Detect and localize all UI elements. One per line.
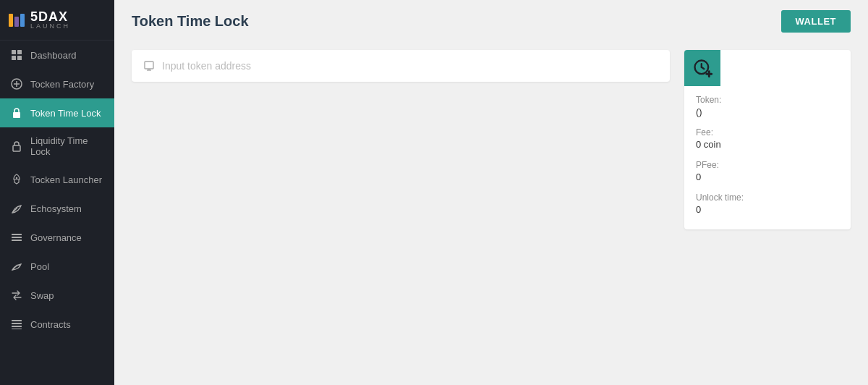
unlock-label: Unlock time: — [696, 192, 839, 203]
fee-value: 0 coin — [696, 139, 839, 150]
svg-rect-12 — [12, 237, 22, 238]
pfee-row: PFee: 0 — [696, 160, 839, 182]
logo-sub-text: LAUNCH — [30, 23, 70, 30]
sidebar-item-label: Dashboard — [30, 50, 77, 61]
fee-row: Fee: 0 coin — [696, 127, 839, 150]
pool-icon — [10, 260, 23, 273]
svg-rect-1 — [17, 50, 22, 54]
logo-text: 5DAX LAUNCH — [30, 10, 70, 30]
logo-main-text: 5DAX — [30, 10, 70, 23]
sidebar-item-swap[interactable]: Swap — [0, 281, 114, 310]
sidebar-item-pool[interactable]: Pool — [0, 252, 114, 281]
svg-rect-2 — [12, 56, 16, 60]
svg-rect-15 — [12, 320, 22, 321]
topbar: Token Time Lock WALLET — [114, 0, 868, 43]
svg-rect-3 — [17, 56, 22, 60]
sidebar-item-label: Liquidity Time Lock — [30, 135, 104, 157]
token-row: Token: () — [696, 95, 839, 117]
sidebar-item-label: Echosystem — [30, 203, 82, 214]
logo-area: 5DAX LAUNCH — [0, 0, 114, 41]
clock-add-icon — [692, 58, 712, 78]
sidebar-item-governance[interactable]: Governance — [0, 223, 114, 252]
token-address-input[interactable] — [162, 60, 658, 72]
sidebar-item-label: Tocken Factory — [30, 79, 94, 90]
leaf-icon — [10, 202, 23, 215]
svg-rect-0 — [12, 50, 16, 54]
sidebar-item-token-factory[interactable]: Tocken Factory — [0, 69, 114, 98]
logo-bar-blue — [20, 14, 25, 27]
content-area: Token: () Fee: 0 coin PFee: 0 Unlock tim… — [114, 43, 868, 385]
fee-label: Fee: — [696, 127, 839, 138]
unlock-value: 0 — [696, 204, 839, 215]
info-rows: Token: () Fee: 0 coin PFee: 0 Unlock tim… — [684, 86, 851, 229]
info-card-header — [684, 50, 720, 86]
logo-icon — [9, 14, 25, 27]
wallet-button[interactable]: WALLET — [781, 10, 851, 33]
token-input-icon — [143, 60, 155, 72]
svg-point-9 — [16, 177, 17, 179]
governance-icon — [10, 231, 23, 244]
svg-rect-18 — [12, 329, 22, 329]
logo-bar-purple — [14, 17, 19, 27]
sidebar-item-label: Governance — [30, 232, 82, 243]
contracts-icon — [10, 318, 23, 331]
swap-icon — [10, 289, 23, 302]
unlock-row: Unlock time: 0 — [696, 192, 839, 215]
svg-rect-17 — [12, 326, 22, 327]
sidebar-item-label: Swap — [30, 290, 54, 301]
token-input-box — [132, 50, 670, 82]
sidebar-item-label: Pool — [30, 261, 49, 272]
svg-line-24 — [702, 67, 705, 69]
token-label: Token: — [696, 95, 839, 105]
main-content: Token Time Lock WALLET — [114, 0, 868, 385]
svg-rect-7 — [13, 112, 20, 118]
pfee-label: PFee: — [696, 160, 839, 170]
sidebar-item-token-time-lock[interactable]: Token Time Lock — [0, 98, 114, 127]
info-card: Token: () Fee: 0 coin PFee: 0 Unlock tim… — [684, 50, 851, 229]
svg-rect-11 — [12, 234, 22, 235]
svg-rect-19 — [145, 62, 153, 69]
left-panel — [132, 50, 670, 368]
rocket-icon — [10, 173, 23, 186]
sidebar-item-echosystem[interactable]: Echosystem — [0, 194, 114, 223]
right-panel: Token: () Fee: 0 coin PFee: 0 Unlock tim… — [684, 50, 851, 368]
sidebar-item-label: Token Time Lock — [30, 108, 101, 119]
sidebar-item-contracts[interactable]: Contracts — [0, 310, 114, 339]
sidebar-item-token-launcher[interactable]: Tocken Launcher — [0, 165, 114, 194]
lock-outline-icon — [10, 140, 23, 153]
lock-icon — [10, 106, 23, 119]
pfee-value: 0 — [696, 172, 839, 182]
svg-rect-16 — [12, 323, 22, 324]
plus-circle-icon — [10, 77, 23, 90]
svg-rect-13 — [12, 240, 22, 241]
sidebar: 5DAX LAUNCH Dashboard Tocken Factory Tok… — [0, 0, 114, 385]
sidebar-item-liquidity-time-lock[interactable]: Liquidity Time Lock — [0, 127, 114, 165]
logo-bar-orange — [9, 14, 13, 27]
grid-icon — [10, 48, 23, 62]
sidebar-item-label: Tocken Launcher — [30, 174, 102, 185]
sidebar-item-label: Contracts — [30, 319, 71, 330]
svg-rect-8 — [13, 145, 20, 151]
token-value: () — [696, 106, 839, 117]
sidebar-item-dashboard[interactable]: Dashboard — [0, 41, 114, 69]
page-title: Token Time Lock — [132, 13, 249, 30]
